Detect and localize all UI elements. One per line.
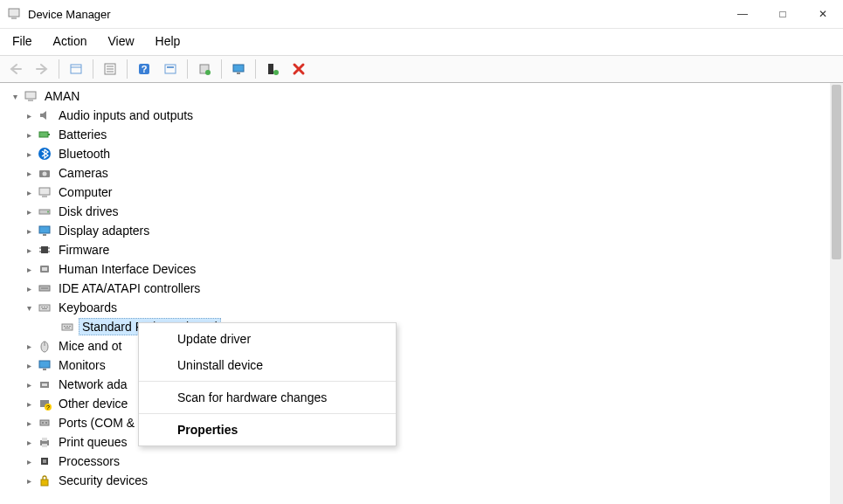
chevron-right-icon[interactable]: ▸	[23, 244, 35, 256]
tree-root[interactable]: ▾ AMAN	[3, 86, 843, 106]
chevron-right-icon[interactable]: ▸	[23, 455, 35, 467]
tree-item-label: Keyboards	[56, 300, 120, 315]
device-tree[interactable]: ▾ AMAN ▸ Audio inputs and outputs ▸ Batt…	[0, 86, 843, 490]
tree-item[interactable]: ▸ Monitors	[3, 356, 843, 375]
chevron-right-icon[interactable]: ▸	[23, 436, 35, 448]
tree-item[interactable]: ▸ Disk drives	[3, 202, 843, 221]
chevron-down-icon[interactable]: ▾	[23, 301, 35, 314]
tree-item[interactable]: ▸ Security devices	[3, 471, 843, 490]
maximize-button[interactable]: □	[763, 0, 803, 28]
update-driver-button[interactable]	[192, 59, 217, 79]
chevron-right-icon[interactable]: ▸	[23, 109, 35, 121]
chevron-right-icon[interactable]: ▸	[23, 224, 35, 237]
menubar: File Action View Help	[0, 28, 843, 55]
chevron-right-icon[interactable]: ▸	[23, 378, 35, 390]
tree-item[interactable]: ▸ Network ada	[3, 375, 843, 394]
ctx-scan-hardware[interactable]: Scan for hardware changes	[139, 384, 396, 411]
chip-icon	[37, 242, 52, 258]
svg-point-61	[42, 422, 44, 424]
tree-item-label: Firmware	[56, 242, 112, 258]
tree-item[interactable]: ▸ Computer	[3, 183, 843, 202]
keyboard-icon	[37, 300, 52, 315]
tree-item[interactable]: ▸ Cameras	[3, 163, 843, 183]
tree-item[interactable]: ▸ Display adapters	[3, 221, 843, 240]
chevron-right-icon[interactable]: ▸	[23, 167, 35, 179]
menu-file[interactable]: File	[9, 32, 36, 50]
tree-item[interactable]: ▸ IDE ATA/ATAPI controllers	[3, 279, 843, 298]
chevron-down-icon[interactable]: ▾	[9, 90, 21, 102]
ide-icon	[37, 280, 52, 296]
context-menu: Update driver Uninstall device Scan for …	[138, 322, 397, 446]
toolbar-separator	[59, 59, 59, 79]
tree-item[interactable]: ▸ Print queues	[3, 432, 843, 452]
chevron-right-icon[interactable]: ▸	[23, 359, 35, 371]
tree-item[interactable]: ▸ Audio inputs and outputs	[3, 106, 843, 125]
show-hidden-button[interactable]	[64, 59, 88, 79]
chevron-right-icon[interactable]: ▸	[23, 397, 35, 410]
tree-item[interactable]: ▸ Mice and ot	[3, 336, 843, 356]
tree-item[interactable]: ▸ ? Other device	[3, 394, 843, 413]
mouse-icon	[37, 338, 52, 354]
chevron-right-icon[interactable]: ▸	[23, 128, 35, 141]
tree-item[interactable]: ▸ Ports (COM &	[3, 413, 843, 432]
ctx-uninstall-device[interactable]: Uninstall device	[139, 352, 396, 378]
tree-item-label: Other device	[56, 396, 130, 411]
svg-rect-31	[43, 234, 46, 236]
toolbar-separator	[221, 59, 222, 79]
tree-item[interactable]: ▸ Batteries	[3, 125, 843, 144]
chevron-right-icon[interactable]: ▸	[23, 417, 35, 429]
svg-rect-68	[41, 480, 48, 486]
ctx-update-driver[interactable]: Update driver	[139, 326, 396, 352]
minimize-button[interactable]: —	[722, 0, 763, 28]
toolbar-separator	[187, 59, 188, 79]
toolbar-separator	[93, 59, 93, 79]
tree-item[interactable]: ▸ Human Interface Devices	[3, 259, 843, 279]
svg-rect-46	[62, 324, 73, 330]
chevron-right-icon[interactable]: ▸	[23, 148, 35, 160]
tree-item-label: Mice and ot	[56, 338, 124, 354]
svg-rect-48	[66, 326, 68, 327]
menu-action[interactable]: Action	[50, 32, 91, 50]
chevron-right-icon[interactable]: ▸	[23, 186, 35, 198]
tree-item[interactable]: ▸ Processors	[3, 452, 843, 471]
tree-item-label: Audio inputs and outputs	[56, 107, 196, 123]
scan-hardware-button[interactable]	[260, 59, 285, 79]
tree-item-standard-keyboard[interactable]: ▸ Standard PS/2 Keyboard	[3, 317, 843, 336]
toolbar: ?	[0, 55, 843, 83]
svg-rect-18	[25, 92, 36, 99]
svg-point-62	[45, 422, 47, 424]
tree-item-keyboards[interactable]: ▾ Keyboards	[3, 298, 843, 317]
nav-back-button[interactable]	[3, 59, 28, 79]
svg-rect-11	[167, 66, 174, 68]
uninstall-button[interactable]	[287, 59, 311, 79]
monitor-button[interactable]	[226, 59, 251, 79]
titlebar: Device Manager — □ ✕	[0, 0, 843, 28]
help-button[interactable]: ?	[132, 59, 156, 79]
nav-forward-button[interactable]	[30, 59, 54, 79]
tree-item-label: Monitors	[56, 357, 108, 373]
tree-item-label: Bluetooth	[56, 146, 113, 162]
svg-rect-65	[42, 444, 47, 447]
vertical-scrollbar[interactable]	[830, 83, 843, 504]
tree-item[interactable]: ▸ Bluetooth	[3, 144, 843, 163]
chevron-right-icon[interactable]: ▸	[23, 474, 35, 487]
chevron-right-icon[interactable]: ▸	[23, 282, 35, 294]
tree-item[interactable]: ▸ Firmware	[3, 240, 843, 259]
svg-rect-2	[71, 65, 81, 73]
app-icon	[7, 7, 21, 21]
close-button[interactable]: ✕	[803, 0, 843, 28]
chevron-right-icon[interactable]: ▸	[23, 263, 35, 275]
details-button[interactable]	[98, 59, 122, 79]
menu-view[interactable]: View	[104, 32, 137, 50]
chevron-right-icon[interactable]: ▸	[23, 340, 35, 352]
properties-button[interactable]	[158, 59, 183, 79]
svg-point-17	[273, 70, 279, 75]
bluetooth-icon	[37, 146, 52, 162]
scroll-thumb[interactable]	[832, 85, 841, 259]
cpu-icon	[37, 453, 52, 469]
ctx-properties[interactable]: Properties	[139, 417, 396, 443]
menu-help[interactable]: Help	[152, 32, 184, 50]
monitor-icon	[37, 357, 52, 373]
tree-item-label: Display adapters	[56, 223, 152, 238]
chevron-right-icon[interactable]: ▸	[23, 205, 35, 217]
